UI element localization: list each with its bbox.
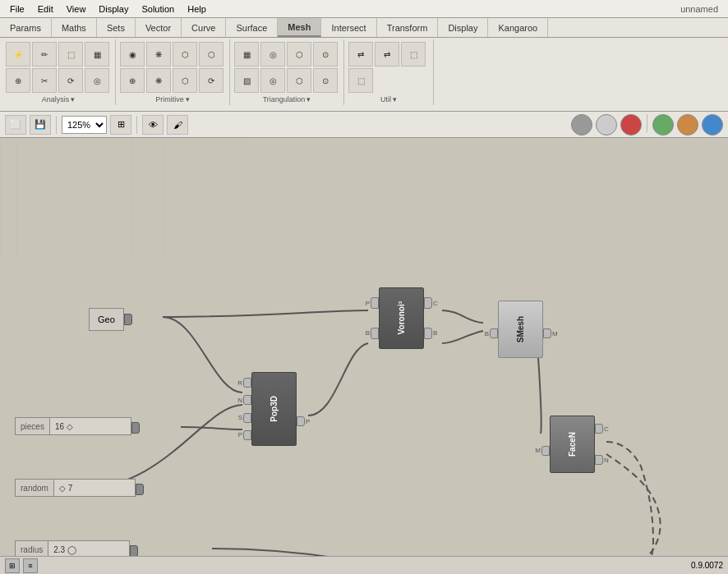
voronoi-port-b-out[interactable] [424,328,432,339]
sphere-btn-5[interactable] [677,114,698,135]
tab-maths[interactable]: Maths [52,18,97,37]
menu-file[interactable]: File [3,2,31,16]
toolbar-btn-t8[interactable]: ⊙ [313,68,338,93]
tab-vector[interactable]: Vector [136,18,182,37]
pop3d-port-p[interactable] [243,430,251,440]
geo-body: Geo [89,308,124,331]
tab-transform[interactable]: Transform [377,18,439,37]
toolbar-btn-p5[interactable]: ⊕ [120,68,145,93]
sphere-btn-1[interactable] [571,114,592,135]
toolbar-group-primitive-label: Primitive ▾ [119,95,226,103]
toolbar-btn-t1[interactable]: ▦ [234,42,259,67]
paint-button[interactable]: 🖌 [167,115,188,135]
geo-output-port[interactable] [124,314,132,325]
toolbar-btn-t6[interactable]: ◎ [260,68,285,93]
canvas[interactable]: Geo P B Voronoi³ C B [0,138,728,565]
sphere-btn-2[interactable] [596,114,617,135]
pop3d-port-n[interactable] [243,395,251,405]
node-smesh[interactable]: B SMesh M [481,301,560,358]
toolbar-btn-4[interactable]: ▦ [85,42,109,67]
tab-kangaroo[interactable]: Kangaroo [488,18,548,37]
status-icon-2[interactable]: ≡ [23,558,38,573]
toolbar-btn-p3[interactable]: ⬡ [173,42,197,67]
voronoi-port-b[interactable] [371,328,379,339]
facen-port-m[interactable] [541,446,550,456]
smesh-port-b[interactable] [490,328,498,338]
node-pop3d[interactable]: R N S P Pop3D P [234,372,314,446]
toolbar-btn-u1[interactable]: ⇄ [348,42,373,67]
toolbar-btn-t7[interactable]: ⬡ [287,68,311,93]
save-button[interactable]: 💾 [30,115,51,135]
toolbar-btn-u2[interactable]: ⇄ [375,42,399,67]
random-output-port[interactable] [136,484,144,495]
tab-sets[interactable]: Sets [97,18,136,37]
sphere-btn-4[interactable] [652,114,674,135]
tabbar: Params Maths Sets Vector Curve Surface M… [0,18,728,38]
zoom-select[interactable]: 125% 50% 75% 100% 150% 200% [62,116,107,134]
menu-edit[interactable]: Edit [31,2,60,16]
tab-display[interactable]: Display [438,18,488,37]
menu-view[interactable]: View [60,2,93,16]
sphere-btn-6[interactable] [702,114,723,135]
toolbar-btn-8[interactable]: ◎ [85,68,109,93]
facen-ports-right: C N [595,416,612,473]
eye-button[interactable]: 👁 [142,115,164,135]
voronoi-port-c-out[interactable] [424,297,432,309]
pop3d-ports-right: P [297,372,314,446]
pop3d-port-r[interactable] [243,378,251,388]
pieces-value[interactable]: 16 ◇ [49,417,131,435]
toolbar-btn-p7[interactable]: ⬡ [173,68,197,93]
toolbar-btn-p1[interactable]: ◉ [120,42,145,67]
menu-display[interactable]: Display [92,2,135,16]
toolbar-btn-6[interactable]: ✂ [32,68,57,93]
pop3d-port-p-out[interactable] [297,416,305,426]
toolbar-group-util: ⇄ ⇄ ⬚ ⬚ Util ▾ [344,39,434,105]
smesh-port-m-out[interactable] [543,328,551,338]
toolbar-btn-7[interactable]: ⟳ [58,68,83,93]
toolbar-btn-1[interactable]: ⚡ [6,42,30,67]
tab-params[interactable]: Params [0,18,52,37]
tab-mesh[interactable]: Mesh [278,18,321,37]
pop3d-port-s[interactable] [243,413,251,423]
toolbar-btn-t3[interactable]: ⬡ [287,42,311,67]
random-label: random [15,479,53,497]
node-facen[interactable]: M FaceN C N [532,416,612,473]
node-geo[interactable]: Geo [89,308,132,331]
toolbar-btn-3[interactable]: ⬚ [58,42,83,67]
facen-port-n-out[interactable] [595,455,603,465]
statusbar: ⊞ ≡ 0.9.0072 [0,556,728,574]
tab-surface[interactable]: Surface [226,18,278,37]
toolbar-btn-p2[interactable]: ❋ [146,42,171,67]
facen-port-c-out[interactable] [595,424,603,434]
tab-intersect[interactable]: Intersect [321,18,376,37]
new-button[interactable]: ⬜ [5,115,26,135]
random-value[interactable]: ◇ 7 [53,479,136,497]
toolbar-group-triangulation: ▦ ◎ ⬡ ⊙ ▧ ◎ ⬡ ⊙ Triangulation ▾ [230,39,344,105]
toolbar-btn-2[interactable]: ✏ [32,42,57,67]
fit-button[interactable]: ⊞ [110,115,131,135]
toolbar-btn-t5[interactable]: ▧ [234,68,259,93]
toolbar-group-primitive: ◉ ❋ ⬡ ⬡ ⊕ ❋ ⬡ ⟳ Primitive ▾ [116,39,230,105]
menu-help[interactable]: Help [181,2,213,16]
toolbar-btn-p4[interactable]: ⬡ [199,42,223,67]
tab-curve[interactable]: Curve [182,18,226,37]
voronoi-port-p[interactable] [371,297,379,309]
toolbar-btn-5[interactable]: ⊕ [6,68,30,93]
radius-output-port[interactable] [130,545,138,557]
toolbar-group-analysis-label: Analysis ▾ [5,95,112,103]
menu-solution[interactable]: Solution [135,2,181,16]
toolbar-btn-p8[interactable]: ⟳ [199,68,223,93]
toolbar-btn-u3[interactable]: ⬚ [401,42,426,67]
toolbar-btn-t2[interactable]: ◎ [260,42,285,67]
toolbar-btn-u4[interactable]: ⬚ [348,68,373,93]
sphere-btn-3[interactable] [620,114,642,135]
status-icon-1[interactable]: ⊞ [5,558,20,573]
pieces-output-port[interactable] [131,422,140,434]
toolbar-btn-p6[interactable]: ❋ [146,68,171,93]
node-voronoi[interactable]: P B Voronoi³ C B [362,287,441,349]
input-random: random ◇ 7 [15,479,144,497]
svg-rect-0 [0,138,247,261]
smesh-body: SMesh [498,301,543,358]
toolbar-btn-t4[interactable]: ⊙ [313,42,338,67]
version-label: 0.9.0072 [691,561,723,570]
